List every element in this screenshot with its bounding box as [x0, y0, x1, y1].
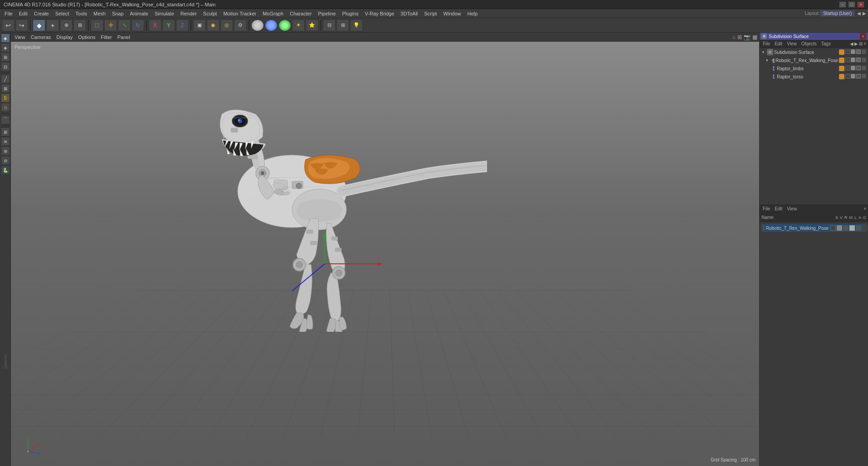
- menu-file[interactable]: File: [2, 10, 15, 17]
- om-icon1[interactable]: ◀: [850, 41, 853, 46]
- left-deform-btn1[interactable]: ⊞: [1, 127, 10, 136]
- left-deform-btn4[interactable]: ⊜: [1, 156, 10, 165]
- rotate-tool[interactable]: ↻: [132, 19, 144, 31]
- mm-row-trex[interactable]: Robotic_T_Rex_Walking_Pose: [761, 224, 866, 232]
- menu-animate[interactable]: Animate: [127, 10, 151, 17]
- left-mode-btn3[interactable]: ⊞: [1, 53, 10, 62]
- axis-z-button[interactable]: Z: [176, 19, 189, 31]
- left-deform-btn3[interactable]: ⊛: [1, 146, 10, 155]
- render-settings-button[interactable]: ⚙: [234, 19, 247, 31]
- vp-menu-cameras[interactable]: Cameras: [29, 34, 53, 41]
- vp-icon-cam[interactable]: 📷: [744, 34, 751, 40]
- menu-edit[interactable]: Edit: [16, 10, 30, 17]
- om-row-limbs[interactable]: Raptor_limbs: [760, 64, 868, 73]
- left-tool-btn1[interactable]: ╱: [1, 74, 10, 83]
- om-row-trex[interactable]: ▼ Robotic_T_Rex_Walking_Pose: [760, 56, 868, 64]
- om-row-torso[interactable]: Raptor_torso: [760, 73, 868, 81]
- render-to-po-button[interactable]: ◎: [220, 19, 233, 31]
- svg-point-18: [296, 262, 302, 268]
- close-button[interactable]: ×: [857, 1, 864, 8]
- left-mode-btn2[interactable]: ◈: [1, 43, 10, 52]
- vp-menu-options[interactable]: Options: [76, 34, 97, 41]
- viewport[interactable]: Perspective Grid Spacing : 100 cm: [11, 42, 759, 466]
- mm-close-btn[interactable]: ×: [863, 206, 866, 211]
- mm-menu-view[interactable]: View: [785, 206, 798, 211]
- menu-window[interactable]: Window: [440, 10, 463, 17]
- om-icon3[interactable]: ⊞: [859, 41, 863, 46]
- menu-character[interactable]: Character: [287, 10, 314, 17]
- mode-3[interactable]: ⊕: [60, 19, 73, 31]
- mm-menu-edit[interactable]: Edit: [773, 206, 784, 211]
- menu-mograph[interactable]: MoGraph: [260, 10, 286, 17]
- menu-sculpt[interactable]: Sculpt: [200, 10, 220, 17]
- menu-snap[interactable]: Snap: [109, 10, 127, 17]
- tb-mat2[interactable]: [265, 19, 278, 31]
- tb-light2[interactable]: ⭐: [306, 19, 318, 31]
- menu-select[interactable]: Select: [53, 10, 72, 17]
- left-deform-btn2[interactable]: ≋: [1, 137, 10, 146]
- menu-plugins[interactable]: Plugins: [339, 10, 361, 17]
- subdiv-close-button[interactable]: ×: [860, 33, 866, 39]
- mode-object-button[interactable]: +: [46, 19, 59, 31]
- vp-icon-grid[interactable]: ⊞: [737, 34, 742, 40]
- om-close-btn[interactable]: ×: [863, 41, 866, 46]
- om-menu-file[interactable]: File: [761, 41, 771, 46]
- mode-4[interactable]: ⊞: [73, 19, 86, 31]
- om-menu-tags[interactable]: Tags: [820, 41, 832, 46]
- left-python-btn[interactable]: 🐍: [1, 165, 10, 175]
- layout-value[interactable]: Startup (User): [820, 10, 854, 16]
- tb-mat1[interactable]: [251, 19, 264, 31]
- view-btn3[interactable]: 💡: [350, 19, 363, 31]
- render-view-button[interactable]: ◉: [207, 19, 219, 31]
- left-tool-btn3[interactable]: S: [1, 93, 10, 102]
- mode-model-button[interactable]: ◆: [33, 19, 45, 31]
- select-tool[interactable]: ⬚: [91, 19, 103, 31]
- om-menu-objects[interactable]: Objects: [800, 41, 818, 46]
- menu-pipeline[interactable]: Pipeline: [315, 10, 338, 17]
- menu-help[interactable]: Help: [465, 10, 481, 17]
- vp-menu-panel[interactable]: Panel: [116, 34, 132, 41]
- axis-y-button[interactable]: Y: [162, 19, 175, 31]
- menu-create[interactable]: Create: [31, 10, 52, 17]
- scale-tool[interactable]: ⤡: [118, 19, 131, 31]
- vp-menu-view[interactable]: View: [13, 34, 27, 41]
- vp-menu-filter[interactable]: Filter: [99, 34, 113, 41]
- menu-tools[interactable]: Tools: [73, 10, 90, 17]
- menu-render[interactable]: Render: [178, 10, 200, 17]
- move-tool[interactable]: ✛: [104, 19, 117, 31]
- left-tool-btn2[interactable]: ⊠: [1, 84, 10, 93]
- layout-nav-prev[interactable]: ◀: [857, 11, 861, 16]
- menu-3dtoall[interactable]: 3DToAll: [398, 10, 420, 17]
- mm-ind6: [862, 225, 868, 231]
- mm-menu-file[interactable]: File: [761, 206, 771, 211]
- render-region-button[interactable]: ▣: [193, 19, 206, 31]
- vp-icon-panel[interactable]: ▦: [752, 34, 757, 40]
- om-icon2[interactable]: ▶: [854, 41, 858, 46]
- maximize-button[interactable]: □: [848, 1, 855, 8]
- minimize-button[interactable]: −: [839, 1, 846, 8]
- tb-mat3[interactable]: [278, 19, 291, 31]
- om-row-subdiv[interactable]: ▼ Subdivision Surface: [760, 48, 868, 56]
- vp-menu-display[interactable]: Display: [54, 34, 74, 41]
- undo-button[interactable]: ↩: [2, 19, 15, 31]
- menu-script[interactable]: Script: [421, 10, 439, 17]
- om-menu-view[interactable]: View: [785, 41, 798, 46]
- menu-motion-tracker[interactable]: Motion Tracker: [220, 10, 259, 17]
- menu-simulate[interactable]: Simulate: [152, 10, 177, 17]
- tb-light1[interactable]: ☀: [292, 19, 305, 31]
- axis-x-button[interactable]: X: [149, 19, 161, 31]
- menu-vray[interactable]: V-Ray Bridge: [362, 10, 397, 17]
- redo-button[interactable]: ↪: [15, 19, 28, 31]
- left-mode-btn4[interactable]: ⊟: [1, 62, 10, 71]
- view-btn1[interactable]: ⊟: [323, 19, 336, 31]
- left-tool-btn4[interactable]: ⊙: [1, 103, 10, 112]
- left-sculpt-btn1[interactable]: ⌒: [1, 115, 10, 124]
- left-mode-btn1[interactable]: ◆: [1, 34, 10, 43]
- view-btn2[interactable]: ⊞: [336, 19, 349, 31]
- menu-mesh[interactable]: Mesh: [91, 10, 108, 17]
- om-expand-subdiv[interactable]: ▼: [761, 50, 765, 54]
- om-expand-trex[interactable]: ▼: [765, 58, 769, 63]
- om-menu-edit[interactable]: Edit: [773, 41, 784, 46]
- layout-nav-next[interactable]: ▶: [863, 11, 866, 16]
- vp-icon-home[interactable]: ⌂: [732, 34, 736, 40]
